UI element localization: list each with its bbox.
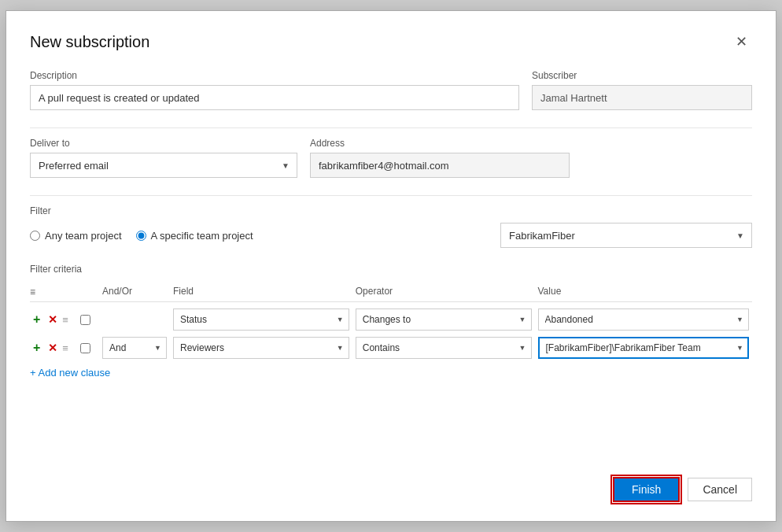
value-col-header: Value	[535, 284, 753, 298]
row1-actions: + ✕ ≡	[30, 312, 80, 327]
subscriber-input	[532, 85, 752, 110]
row1-operator-cell: Changes to Equals ▼	[352, 308, 535, 331]
criteria-row-1: + ✕ ≡ Status Repository Branch ▼	[30, 305, 752, 334]
filter-criteria-label: Filter criteria	[30, 264, 752, 275]
filter-section: Filter Any team project A specific team …	[30, 205, 752, 251]
row1-value-select[interactable]: Abandoned Active Completed	[538, 308, 750, 331]
new-subscription-dialog: New subscription ✕ Description Subscribe…	[6, 10, 776, 522]
project-select[interactable]: FabrikamFiber Project2 Project3	[500, 223, 752, 248]
address-group: Address	[310, 138, 570, 178]
description-input[interactable]	[30, 85, 519, 110]
row2-operator-cell: Contains Equals Does not contain ▼	[352, 337, 535, 359]
specific-team-project-radio-label[interactable]: A specific team project	[136, 230, 253, 242]
row1-field-select-wrap: Status Repository Branch ▼	[173, 308, 349, 331]
row2-andor-select[interactable]: And Or	[102, 337, 167, 359]
dialog-header: New subscription ✕	[30, 33, 752, 51]
row2-operator-select-wrap: Contains Equals Does not contain ▼	[356, 337, 532, 359]
any-team-project-radio-label[interactable]: Any team project	[30, 230, 122, 242]
row2-operator-select[interactable]: Contains Equals Does not contain	[356, 337, 532, 359]
row2-remove-button[interactable]: ✕	[45, 341, 61, 355]
divider-1	[30, 127, 752, 128]
row1-field-cell: Status Repository Branch ▼	[170, 308, 352, 331]
address-label: Address	[310, 138, 570, 149]
row2-move-icon: ≡	[62, 342, 68, 354]
filter-criteria-header-row: ≡ And/Or Field Operator Value	[30, 281, 752, 302]
dialog-title: New subscription	[30, 33, 149, 51]
row1-value-cell: Abandoned Active Completed ▼	[535, 308, 753, 331]
move-icon-header: ≡	[30, 286, 35, 297]
deliver-to-label: Deliver to	[30, 138, 297, 149]
any-team-project-radio[interactable]	[30, 231, 40, 241]
criteria-row-2: + ✕ ≡ And Or ▼ Reviewers	[30, 334, 752, 362]
row1-move-icon: ≡	[62, 314, 68, 326]
cancel-button[interactable]: Cancel	[688, 478, 752, 501]
filter-criteria-section: Filter criteria ≡ And/Or Field Operator …	[30, 264, 752, 383]
any-team-project-text: Any team project	[45, 230, 122, 242]
deliver-to-group: Deliver to Preferred email Email SOAP We…	[30, 138, 297, 178]
operator-col-header: Operator	[352, 284, 535, 298]
description-label: Description	[30, 70, 519, 81]
add-new-clause-button[interactable]: + Add new clause	[30, 362, 110, 383]
row1-add-button[interactable]: +	[30, 312, 43, 327]
row1-operator-select-wrap: Changes to Equals ▼	[356, 308, 532, 331]
dialog-footer: Finish Cancel	[30, 458, 752, 502]
row2-value-select[interactable]: [FabrikamFiber]\FabrikamFiber Team	[538, 337, 750, 359]
finish-button[interactable]: Finish	[613, 477, 680, 502]
divider-2	[30, 195, 752, 196]
row1-value-select-wrap: Abandoned Active Completed ▼	[538, 308, 750, 331]
actions-col-header: ≡	[30, 286, 80, 297]
row2-field-select-wrap: Reviewers Status Repository ▼	[173, 337, 349, 359]
project-select-wrap: FabrikamFiber Project2 Project3 ▼	[500, 223, 752, 248]
address-input	[310, 153, 570, 178]
filter-options-row: Any team project A specific team project…	[30, 223, 752, 248]
specific-team-project-text: A specific team project	[151, 230, 253, 242]
row1-checkbox[interactable]	[80, 315, 90, 325]
deliver-to-select[interactable]: Preferred email Email SOAP Web hook	[30, 153, 297, 178]
field-col-header: Field	[170, 284, 352, 298]
filter-label: Filter	[30, 205, 752, 216]
row1-check-cell	[80, 315, 99, 325]
row2-field-cell: Reviewers Status Repository ▼	[170, 337, 352, 359]
close-button[interactable]: ✕	[731, 33, 752, 50]
row1-operator-select[interactable]: Changes to Equals	[356, 308, 532, 331]
row2-andor-select-wrap: And Or ▼	[102, 337, 167, 359]
row2-checkbox[interactable]	[80, 343, 90, 353]
subscriber-group: Subscriber	[532, 70, 752, 110]
andor-col-header: And/Or	[99, 284, 170, 298]
description-subscriber-row: Description Subscriber	[30, 70, 752, 110]
specific-team-project-radio[interactable]	[136, 231, 146, 241]
row1-remove-button[interactable]: ✕	[45, 312, 61, 327]
deliver-address-row: Deliver to Preferred email Email SOAP We…	[30, 138, 752, 178]
row2-value-cell: [FabrikamFiber]\FabrikamFiber Team ▼	[535, 337, 753, 359]
row2-andor-cell: And Or ▼	[99, 337, 170, 359]
row2-add-button[interactable]: +	[30, 340, 43, 356]
subscriber-label: Subscriber	[532, 70, 752, 81]
filter-radio-group: Any team project A specific team project	[30, 230, 253, 242]
row1-field-select[interactable]: Status Repository Branch	[173, 308, 349, 331]
deliver-to-select-wrap: Preferred email Email SOAP Web hook ▼	[30, 153, 297, 178]
row2-value-select-wrap: [FabrikamFiber]\FabrikamFiber Team ▼	[538, 337, 750, 359]
row2-field-select[interactable]: Reviewers Status Repository	[173, 337, 349, 359]
description-group: Description	[30, 70, 519, 110]
row2-actions: + ✕ ≡	[30, 340, 80, 356]
row2-check-cell	[80, 343, 99, 353]
